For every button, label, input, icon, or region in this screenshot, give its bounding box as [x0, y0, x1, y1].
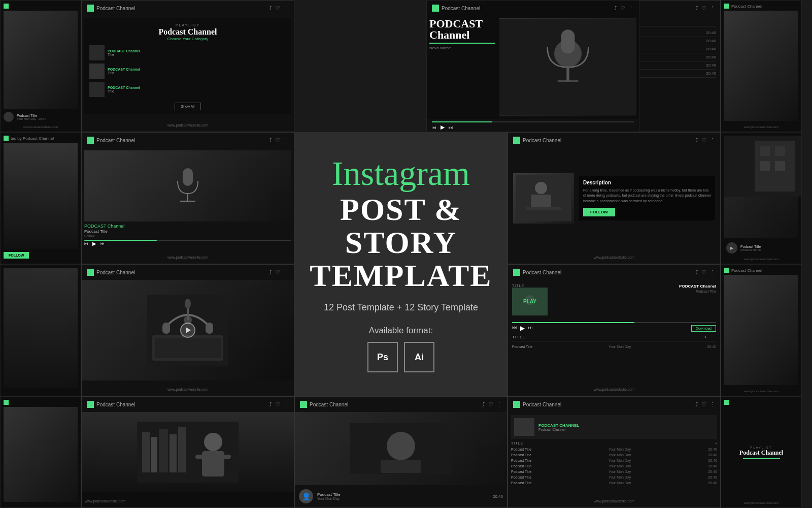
progress-fill: [432, 121, 492, 122]
building-svg: [724, 136, 802, 197]
forward-icon[interactable]: ⏭: [100, 241, 105, 246]
mic-image: [84, 150, 291, 221]
thumb: [89, 45, 105, 60]
card-actions: ⤴ ♡ ⋮: [614, 5, 634, 12]
card-actions: ⤴ ♡ ⋮: [695, 269, 715, 276]
story-text: Podcast Title Your Mon Day: [317, 492, 489, 500]
more-icon: ⋮: [709, 5, 715, 12]
avatar-svg: [350, 423, 452, 474]
avatar-image: [295, 412, 507, 485]
brand-name: Podcast Channel: [96, 402, 135, 407]
podcast-channel-big: Podcast Channel: [739, 449, 783, 457]
brand-icon: [513, 137, 520, 144]
brand-name: ted by Podcast Channel: [11, 136, 54, 141]
svg-rect-11: [162, 323, 170, 334]
card-header: Podcast Channel ⤴ ♡ ⋮: [295, 397, 507, 412]
card-footer: www.podcastwebsite.com: [82, 116, 294, 132]
download-button[interactable]: Download: [691, 325, 716, 332]
edge-url: www.podcastwebsite.com: [724, 125, 798, 129]
card-header: Podcast Channel ⤴ ♡ ⋮: [82, 133, 294, 148]
brand-name: Podcast Channel: [523, 270, 561, 275]
more-icon: ⋮: [709, 137, 715, 144]
title-time: 20:40: [706, 47, 716, 51]
play-icon[interactable]: ▶: [520, 325, 525, 332]
brand-icon: [4, 400, 9, 405]
forward-icon[interactable]: ⏭: [528, 325, 533, 332]
item-info: PODCAST Channel Title: [108, 68, 286, 75]
desc-text: Description For a long time, it seemed a…: [579, 176, 715, 221]
table-row: Podcast TitleYour Mon Day20:40: [511, 447, 717, 452]
list-item: PODCAST Channel Title: [89, 82, 286, 97]
desc-body: For a long time, it seemed as if podcast…: [583, 188, 711, 204]
brand-name: Podcast Channel: [442, 6, 480, 11]
card-footer: www.podcastwebsite.com: [82, 380, 294, 396]
share-icon: ⤴: [695, 137, 698, 143]
follow-button[interactable]: FOLLOW: [583, 208, 615, 216]
title-label: TITLE: [512, 284, 548, 288]
card-bottom-info: www.podcastwebsite.com: [82, 492, 294, 507]
rewind-icon[interactable]: ⏮: [432, 125, 436, 130]
forward-icon[interactable]: ⏭: [449, 125, 453, 130]
extended-table-card: Podcast Channel ⤴ ♡ ⋮ PODCAST Channel Po…: [507, 396, 721, 508]
edge-url: www.podcastwebsite.com: [724, 258, 798, 261]
edge-image: [724, 275, 798, 385]
main-grid: Podcast Title Your Mon Day · 20:40 www.p…: [0, 0, 812, 508]
banner-channel: PODCAST Channel: [538, 423, 579, 428]
edge-right-r1: Podcast Channel www.podcastwebsite.com: [721, 0, 802, 132]
item-channel: PODCAST Channel: [108, 49, 286, 53]
edge-player: ▶ Podcast Title Channel Name: [724, 240, 798, 256]
share-icon: ⤴: [269, 137, 272, 143]
subtitle: 12 Post Template + 12 Story Template: [324, 302, 478, 313]
headphone-content: [82, 280, 294, 380]
play-circle[interactable]: ▶: [726, 242, 737, 253]
rewind-icon[interactable]: ⏮: [84, 241, 88, 246]
person-desk-svg: [516, 175, 571, 221]
play-icon[interactable]: ▶: [441, 124, 445, 131]
card-brand: Podcast Channel: [432, 5, 480, 12]
podcast-channel-main: PODCAST Channel: [679, 284, 716, 289]
brand-icon: [87, 137, 94, 144]
desc-card: Description For a long time, it seemed a…: [508, 148, 720, 248]
heart-icon: ♡: [701, 269, 706, 276]
books-svg: [137, 422, 239, 483]
svg-rect-12: [206, 323, 213, 334]
brand-name: Podcast Channel: [731, 4, 762, 9]
t-time: 20:40: [707, 345, 716, 348]
card-header: Podcast Channel ⤴ ♡ ⋮: [427, 1, 639, 16]
play-icon[interactable]: ▶: [92, 241, 96, 246]
more-icon: ⋮: [283, 401, 289, 408]
item-channel: PODCAST Channel: [108, 86, 286, 89]
title-time: 20:40: [706, 63, 716, 68]
green-divider: [743, 458, 780, 459]
rewind-icon[interactable]: ⏮: [512, 325, 517, 332]
brand-name: Podcast Channel: [96, 270, 135, 275]
play-button[interactable]: [180, 323, 195, 338]
svg-rect-27: [221, 455, 231, 459]
card-actions: ⤴ ♡ ⋮: [695, 5, 715, 12]
show-all-button[interactable]: Show All: [175, 103, 201, 110]
table-row: Podcast TitleYour Mon Day20:40: [511, 469, 717, 474]
url-text: www.podcastwebsite.com: [85, 499, 125, 503]
follow-button[interactable]: FOLLOW: [4, 252, 29, 259]
card-content: PLAYLIST Podcast Channel Choose Your Cat…: [82, 16, 294, 116]
th-title: TITLE: [511, 441, 523, 445]
card-footer: www.podcastwebsite.com: [508, 492, 720, 507]
t-title: Podcast Title: [512, 345, 532, 348]
card-actions: ⤴ ♡ ⋮: [269, 269, 289, 276]
brand-name: Podcast Channel: [96, 6, 135, 11]
item-channel: PODCAST Channel: [108, 68, 286, 71]
podcast-channel-label: PODCAST Channel: [84, 224, 291, 229]
table-row: Podcast Title Your Mon Day 20:40: [512, 344, 716, 350]
svg-rect-5: [531, 195, 551, 207]
url-text: www.podcastwebsite.com: [167, 388, 208, 391]
play-overlay: PLAY: [512, 288, 548, 315]
more-icon: ⋮: [283, 269, 289, 276]
svg-rect-39: [561, 29, 575, 53]
heart-icon: ♡: [275, 401, 280, 408]
card-actions: ⤴ ♡ ⋮: [482, 401, 502, 408]
player-progress: [84, 240, 291, 241]
card-body: PODCASTChannel Nova Name: [427, 16, 639, 119]
brand-icon: [87, 401, 94, 408]
heart-icon: ♡: [488, 401, 493, 408]
edge-image: [724, 136, 798, 238]
